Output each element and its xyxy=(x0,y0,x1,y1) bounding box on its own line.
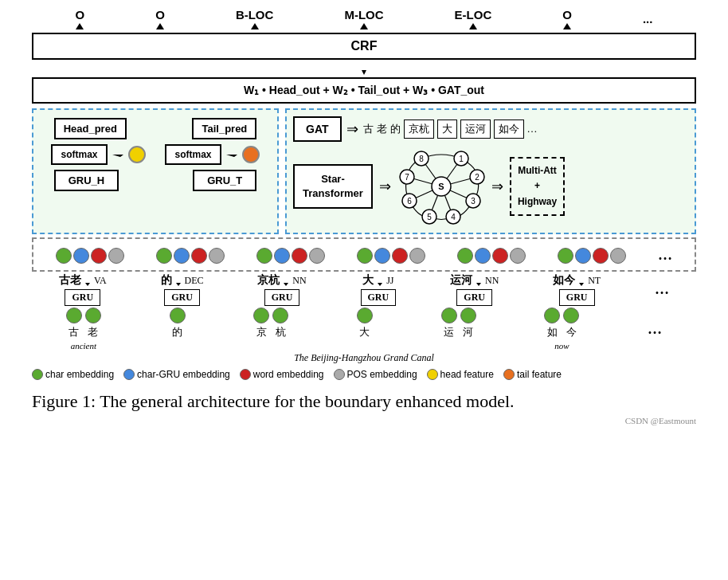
gru-ht-row: GRU_H GRU_T xyxy=(41,170,269,191)
legend-blue-circle xyxy=(123,369,135,380)
pos-emb-6 xyxy=(610,248,626,264)
svg-text:5: 5 xyxy=(427,213,432,221)
left-pred-box: Head_pred Tail_pred softmax softmax xyxy=(32,108,279,234)
chargru-emb-4 xyxy=(374,248,390,264)
legend-char-emb: char embedding xyxy=(32,369,114,380)
arrow-up-bloc xyxy=(251,23,259,29)
pos-emb-4 xyxy=(409,248,425,264)
chargru-emb-3 xyxy=(274,248,290,264)
legend-word-emb: word embedding xyxy=(240,369,324,380)
char-circle-gu xyxy=(66,308,82,323)
word-2: 的 xyxy=(161,273,172,288)
softmax-head: softmax xyxy=(51,144,107,165)
char-dots: … xyxy=(648,321,662,338)
svg-marker-32 xyxy=(378,275,382,286)
crf-box: CRF xyxy=(32,33,696,60)
legend-chargru-emb: char-GRU embedding xyxy=(123,369,230,380)
word-gru-section: 古老 VA GRU 的 DEC GRU 京杭 xyxy=(32,273,696,364)
char-circle-hang xyxy=(272,308,288,323)
pos-emb-5 xyxy=(510,248,526,264)
emb-group-6 xyxy=(558,248,626,264)
char-circle-lao xyxy=(85,308,101,323)
cw-yunhe: 运河 xyxy=(460,120,491,139)
word-emb-6 xyxy=(593,248,609,264)
word-1: 古老 xyxy=(59,273,81,288)
middle-section: Head_pred Tail_pred softmax softmax xyxy=(32,108,696,234)
cw-rujin: 如今 xyxy=(494,120,524,139)
gru-box-2: GRU xyxy=(164,289,200,306)
legend-gray-circle xyxy=(334,369,345,380)
word-col-2: 的 DEC GRU xyxy=(161,273,204,306)
svg-marker-29 xyxy=(85,275,90,286)
emb-group-5 xyxy=(457,248,526,264)
svg-text:6: 6 xyxy=(407,197,412,206)
svg-text:4: 4 xyxy=(451,213,456,221)
legend-red-circle xyxy=(240,369,251,380)
word-emb-5 xyxy=(492,248,508,264)
chargru-emb-2 xyxy=(174,248,190,264)
arrow-up-o3 xyxy=(563,23,571,29)
trans-6: now xyxy=(554,341,569,351)
star-graph: 1 2 3 4 5 6 7 8 S xyxy=(397,147,485,226)
svg-marker-2 xyxy=(226,152,237,157)
legend-yellow-circle xyxy=(427,369,438,380)
char-circle-jin xyxy=(563,308,579,323)
gru-box-1: GRU xyxy=(65,289,100,306)
arrow-up-eloc xyxy=(469,23,477,29)
char-emb-3 xyxy=(256,248,272,264)
svg-text:1: 1 xyxy=(459,155,464,163)
emb-group-3 xyxy=(256,248,325,264)
svg-marker-31 xyxy=(284,275,288,286)
svg-text:8: 8 xyxy=(419,155,424,163)
star-transformer-row: Star-Transformer ⇒ xyxy=(293,147,688,226)
chargru-emb-5 xyxy=(475,248,491,264)
legend: char embedding char-GRU embedding word e… xyxy=(32,369,696,380)
gat-row: GAT ⇒ 古 老 的 京杭 大 运河 如今 … xyxy=(293,116,688,142)
word-col-4: 大 JJ GRU xyxy=(361,273,397,306)
word-6: 如今 xyxy=(553,273,575,288)
gru-box-3: GRU xyxy=(264,289,300,306)
pos-2: DEC xyxy=(185,275,204,287)
label-o1: O xyxy=(76,8,85,29)
char-row: 古 老 ancient 的 xyxy=(32,308,696,351)
pos-emb-2 xyxy=(209,248,225,264)
trans-1: ancient xyxy=(71,341,96,351)
char-emb-5 xyxy=(457,248,473,264)
canal-caption: The Beijing-Hangzhou Grand Canal xyxy=(32,352,696,364)
head-pred-box: Head_pred xyxy=(54,118,127,139)
char-circle-jing xyxy=(253,308,269,323)
arrow-up-o1 xyxy=(76,23,84,29)
char-emb-2 xyxy=(156,248,172,264)
cw-da: 大 xyxy=(437,120,457,139)
svg-text:7: 7 xyxy=(405,173,409,182)
char-col-6: 如 今 now xyxy=(544,308,579,351)
gru-t-box: GRU_T xyxy=(193,170,256,191)
word-emb-3 xyxy=(292,248,307,264)
pos-emb-3 xyxy=(309,248,325,264)
formula-box: W₁ • Head_out + W₂ • Tail_out + W₃ • GAT… xyxy=(32,77,696,104)
label-o2: O xyxy=(155,8,165,29)
legend-tail-feature: tail feature xyxy=(503,369,562,380)
multi-att-box: Multi-Att + Highway xyxy=(510,157,565,216)
pos-1: VA xyxy=(94,275,107,287)
pos-3: NN xyxy=(292,275,306,287)
pos-5: NN xyxy=(485,275,499,287)
top-labels-row: O O B-LOC M-LOC E-LOC O ... xyxy=(16,8,712,29)
softmax-row: softmax softmax xyxy=(41,144,269,165)
star-arrow2: ⇒ xyxy=(491,178,503,195)
star-arrow1: ⇒ xyxy=(379,178,391,195)
word-5: 运河 xyxy=(450,273,472,288)
gat-label: GAT xyxy=(293,116,342,142)
figure-caption: Figure 1: The general architecture for t… xyxy=(32,390,696,414)
word-col-5: 运河 NN GRU xyxy=(450,273,499,306)
char-emb-1 xyxy=(56,248,72,264)
arrow-crf-to-formula xyxy=(16,62,712,75)
arrow-up-mloc xyxy=(360,23,368,29)
char-col-4: 大 xyxy=(357,308,373,351)
pos-emb-1 xyxy=(108,248,124,264)
char-col-2: 的 xyxy=(170,308,186,351)
chargru-emb-6 xyxy=(575,248,591,264)
emb-group-2 xyxy=(156,248,225,264)
svg-marker-0 xyxy=(362,62,366,75)
chargru-emb-1 xyxy=(73,248,89,264)
